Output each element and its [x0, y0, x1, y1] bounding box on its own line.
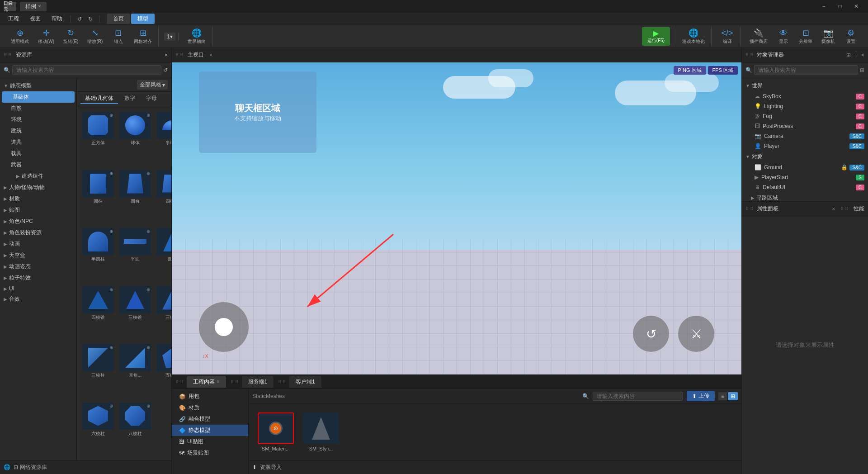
objects-group-header[interactable]: ▼ 对象	[742, 151, 868, 162]
list-item[interactable]: ⊕ 球体	[118, 110, 153, 166]
content-item-ui-texture[interactable]: 🖼 UI贴图	[172, 436, 248, 447]
obj-item-postprocess[interactable]: 🎞 PostProcess C	[742, 121, 868, 131]
obj-add-icon[interactable]: +	[854, 52, 858, 58]
list-view-button[interactable]: ≡	[718, 392, 727, 400]
tree-ui[interactable]: ▶ UI	[0, 284, 76, 294]
obj-close-icon[interactable]: ×	[861, 52, 864, 58]
obj-item-camera[interactable]: 📷 Camera S&C	[742, 131, 868, 141]
nav-area-header[interactable]: ▶ 寻路区域	[742, 192, 868, 201]
filter-tab-basic[interactable]: 基础/几何体	[80, 94, 118, 104]
tab-home[interactable]: 首页	[107, 14, 130, 24]
obj-item-fog[interactable]: 🌫 Fog C	[742, 111, 868, 121]
plugin-store-button[interactable]: 🔌 插件商店	[746, 27, 771, 46]
tree-props[interactable]: 道具	[0, 137, 76, 148]
property-close[interactable]: ×	[832, 206, 835, 212]
tree-audio[interactable]: ▶ 音效	[0, 294, 76, 305]
tool-general-mode[interactable]: ⊕ 通用模式	[7, 27, 33, 46]
joystick-control[interactable]	[199, 302, 249, 352]
asset-item-sm-materi[interactable]: ⊙ SM_Materi...	[258, 412, 294, 451]
obj-item-ground[interactable]: ⬜ Ground 🔒 S&C	[742, 162, 868, 172]
list-item[interactable]: ⊕ 六棱柱	[80, 401, 116, 457]
tab-project-content[interactable]: 工程内容 ×	[187, 376, 226, 388]
list-item[interactable]: ⊕ 四棱锥	[80, 284, 116, 341]
tree-materials[interactable]: ▶ 材质	[0, 193, 76, 204]
tool-scale[interactable]: ⤡ 缩放(R)	[84, 27, 106, 46]
tool-anchor[interactable]: ⊡ 锚点	[108, 27, 128, 46]
network-assets-bar[interactable]: 🌐 ⊡ 网络资源库	[0, 460, 171, 474]
grid-view-button[interactable]: ⊞	[728, 392, 738, 400]
list-item[interactable]: ⊕ 圆锥	[155, 226, 171, 283]
compile-button[interactable]: </> 编译	[717, 27, 737, 46]
content-item-bag[interactable]: 📦 用包	[172, 391, 248, 402]
camera-button[interactable]: 📷 摄像机	[818, 27, 839, 46]
list-item[interactable]: ⊕ 半球体	[155, 110, 171, 166]
project-tab-close-btn[interactable]: ×	[217, 379, 220, 385]
obj-item-lighting[interactable]: 💡 Lighting C	[742, 101, 868, 111]
run-button[interactable]: ▶ 运行(F5)	[642, 27, 670, 46]
tree-environment[interactable]: 环境	[0, 114, 76, 125]
asset-item-sm-styli[interactable]: SM_Styli...	[303, 412, 339, 451]
tree-particles[interactable]: ▶ 粒子特效	[0, 272, 76, 284]
import-bar[interactable]: ⬆ 资源导入	[249, 460, 741, 474]
obj-item-playerstart[interactable]: ▶ PlayerStart S	[742, 172, 868, 182]
tree-nature[interactable]: 自然	[0, 103, 76, 114]
tree-weapons[interactable]: 武器	[0, 159, 76, 171]
tab-model[interactable]: 模型	[131, 14, 155, 24]
tree-basic-body[interactable]: 基础体	[2, 91, 75, 103]
obj-item-skybox[interactable]: ☁ SkyBox C	[742, 91, 868, 101]
tool-world-axis[interactable]: 🌐 世界轴向	[184, 27, 209, 46]
obj-item-defaultui[interactable]: 🖥 DefaultUI C	[742, 182, 868, 192]
list-item[interactable]: ⊕ 八棱柱	[118, 401, 153, 457]
obj-item-player[interactable]: 👤 Player S&C	[742, 141, 868, 151]
tree-characters[interactable]: ▶ 人物/怪物/动物	[0, 182, 76, 193]
tool-rotate[interactable]: ↻ 旋转(E)	[60, 27, 82, 46]
list-item[interactable]: ⊕ 直角...	[118, 342, 153, 399]
refresh-icon[interactable]: ↺	[163, 67, 168, 73]
content-item-material[interactable]: 🎨 材质	[172, 402, 248, 413]
content-item-scene-texture[interactable]: 🗺 场景贴图	[172, 447, 248, 459]
tree-architecture[interactable]: 建筑	[0, 125, 76, 137]
tab-client1[interactable]: 客户端1	[289, 376, 321, 388]
filter-tab-number[interactable]: 数字	[120, 94, 140, 104]
project-tab[interactable]: 样例 ×	[20, 2, 47, 11]
world-group-header[interactable]: ▼ 世界	[742, 80, 868, 91]
tree-textures[interactable]: ▶ 贴图	[0, 204, 76, 216]
maximize-button[interactable]: □	[832, 0, 848, 13]
list-item[interactable]: ⊕ 三棱柱	[155, 284, 171, 341]
content-item-static-model[interactable]: 🔷 静态模型	[172, 425, 248, 436]
tree-build-parts[interactable]: ▶ 建造组件	[0, 171, 76, 182]
resolution-button[interactable]: ⊡ 分辨率	[795, 27, 816, 46]
list-item[interactable]: ⊕ 五棱柱	[155, 342, 171, 399]
action-rotate-button[interactable]: ↺	[633, 316, 669, 352]
list-item[interactable]: ⊕ 四棱台	[155, 168, 171, 225]
drag-handle[interactable]: ⠿ ⠿	[4, 52, 11, 57]
localize-button[interactable]: 🌐 游戏本地化	[679, 27, 708, 46]
list-item[interactable]: ⊕ 三棱柱	[80, 342, 116, 399]
tree-anim-pose[interactable]: ▶ 动画姿态	[0, 261, 76, 272]
obj-filter-btn[interactable]: ⊞	[860, 67, 864, 73]
count-dropdown[interactable]: 1▾	[164, 33, 175, 41]
list-item[interactable]: ⊕ 三棱锥	[118, 284, 153, 341]
resource-search-input[interactable]	[12, 65, 161, 75]
viewport-close[interactable]: ×	[209, 52, 212, 58]
list-item[interactable]: ⊕ 正方体	[80, 110, 116, 166]
style-filter-dropdown[interactable]: 全部风格 ▾	[137, 80, 168, 90]
obj-filter-icon[interactable]: ⊞	[846, 52, 851, 58]
resource-library-close[interactable]: ×	[165, 52, 168, 58]
tree-skybox[interactable]: ▶ 天空盒	[0, 250, 76, 261]
list-item[interactable]: ⊕ 圆柱	[80, 168, 116, 225]
tool-move[interactable]: ✛ 移动(W)	[34, 27, 58, 46]
object-search-input[interactable]	[754, 65, 858, 75]
close-window-button[interactable]: ✕	[848, 0, 864, 13]
tree-static-model[interactable]: ▼ 静态模型	[0, 80, 76, 91]
tree-costumes[interactable]: ▶ 角色装扮资源	[0, 227, 76, 238]
menu-view[interactable]: 视图	[25, 14, 45, 24]
settings-button[interactable]: ⚙ 设置	[840, 27, 861, 46]
minimize-button[interactable]: −	[816, 0, 832, 13]
tree-vehicles[interactable]: 载具	[0, 148, 76, 159]
project-tab-close[interactable]: ×	[38, 3, 41, 9]
menu-help[interactable]: 帮助	[47, 14, 67, 24]
content-item-merge-model[interactable]: 🔗 融合模型	[172, 413, 248, 425]
filter-tab-letter[interactable]: 字母	[142, 94, 161, 104]
action-sword-button[interactable]: ⚔	[678, 316, 714, 352]
